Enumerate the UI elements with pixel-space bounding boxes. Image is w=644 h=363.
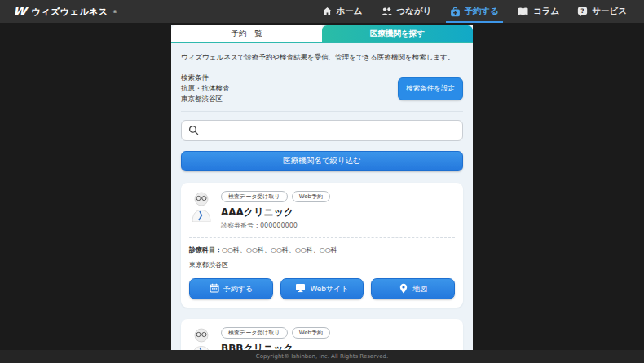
clinic-card-head-main: 検査データ受け取り Web予約 AAAクリニック 診察券番号：000000000 [221,191,330,230]
brand-name: ウィズウェルネス [32,6,108,18]
copyright-text: Copyright© Ishinban, inc. All Rights Res… [256,353,388,360]
search-input[interactable] [204,126,456,135]
people-icon [381,7,393,16]
clinic-number-value: 000000000 [260,222,298,229]
filter-by-name-button[interactable]: 医療機関名で絞り込む [181,151,463,171]
clinic-number-label: 診察券番号： [221,222,260,229]
nav-item-reserve[interactable]: 予約する [443,0,507,23]
brand-mark-icon: W [12,4,28,19]
search-icon [188,123,199,139]
map-pin-icon [399,283,408,295]
set-search-conditions-button[interactable]: 検索条件を設定 [398,77,463,100]
tab-label: 予約一覧 [232,29,262,39]
intro-text: ウィズウェルネスで診療予約や検査結果を受信、管理をできる医療機関を検索します。 [181,53,463,63]
doctor-avatar-icon [189,191,214,230]
map-button[interactable]: 地図 [371,278,455,299]
clinic-card-head: 検査データ受け取り Web予約 AAAクリニック 診察券番号：000000000 [189,191,455,230]
nav-item-column[interactable]: コラム [509,0,567,23]
footer: Copyright© Ishinban, inc. All Rights Res… [0,350,644,363]
clinic-tags: 検査データ受け取り Web予約 [221,191,330,202]
clinic-number: 診察券番号：000000000 [221,221,330,230]
search-box [181,120,463,141]
departments-label: 診療科目： [189,246,222,254]
search-condition-item: 抗原・抗体検査 [181,83,230,94]
clinic-card-detail: 診療科目：○○科、○○科、○○科、○○科、○○科 東京都渋谷区 予約する Web… [189,237,455,299]
tag-lab-data: 検査データ受け取り [221,191,288,202]
help-icon: ? [577,7,588,17]
top-header: W ウィズウェルネス ® ホーム つながり 予約する コラム ? [0,0,644,23]
tag-web-reservation: Web予約 [292,327,330,339]
tab-find-medical-institution[interactable]: 医療機関を探す [322,25,473,42]
reserve-button[interactable]: 予約する [189,278,273,299]
content-body: ウィズウェルネスで診療予約や検査結果を受信、管理をできる医療機関を検索します。 … [171,43,473,363]
search-conditions-summary: 検索条件 抗原・抗体検査 東京都渋谷区 [181,73,230,105]
website-button-label: Webサイト [310,284,348,294]
search-conditions: 検索条件 抗原・抗体検査 東京都渋谷区 検索条件を設定 [181,73,463,105]
clinic-tags: 検査データ受け取り Web予約 [221,327,330,339]
home-icon [322,7,333,16]
search-conditions-title: 検索条件 [181,73,230,83]
search-condition-item: 東京都渋谷区 [181,94,230,104]
nav-item-label: サービス [592,6,627,17]
calendar-icon [210,283,219,294]
nav-item-label: コラム [533,6,559,17]
content-column: 予約一覧 医療機関を探す ウィズウェルネスで診療予約や検査結果を受信、管理をでき… [171,25,473,363]
nav-item-home[interactable]: ホーム [315,0,370,23]
tab-reservation-list[interactable]: 予約一覧 [171,25,322,42]
departments-value: ○○科、○○科、○○科、○○科、○○科 [222,246,337,254]
clinic-actions: 予約する Webサイト 地図 [189,278,455,299]
website-button[interactable]: Webサイト [280,278,364,299]
nav-item-label: 予約する [465,6,500,17]
medical-bag-icon [450,7,461,17]
tag-web-reservation: Web予約 [292,191,330,202]
brand-logo[interactable]: W ウィズウェルネス ® [13,4,117,19]
map-button-label: 地図 [412,284,427,294]
page: W ウィズウェルネス ® ホーム つながり 予約する コラム ? [0,0,644,363]
nav-item-service[interactable]: ? サービス [570,0,634,23]
registered-mark: ® [113,9,117,14]
book-icon [517,7,529,16]
clinic-area: 東京都渋谷区 [189,260,455,269]
tab-bar: 予約一覧 医療機関を探す [171,25,473,43]
tab-label: 医療機関を探す [370,29,425,39]
clinic-departments: 診療科目：○○科、○○科、○○科、○○科、○○科 [189,246,455,255]
nav-item-label: ホーム [337,6,363,17]
reserve-button-label: 予約する [223,284,253,294]
monitor-icon [295,283,306,294]
clinic-name: AAAクリニック [221,206,330,219]
nav-item-connections[interactable]: つながり [373,0,439,23]
tag-lab-data: 検査データ受け取り [221,327,288,339]
divider [181,111,463,112]
clinic-card: 検査データ受け取り Web予約 AAAクリニック 診察券番号：000000000… [181,183,463,308]
nav-item-label: つながり [397,6,432,17]
top-navigation: ホーム つながり 予約する コラム ? サービス [315,0,634,23]
svg-text:?: ? [581,7,584,15]
